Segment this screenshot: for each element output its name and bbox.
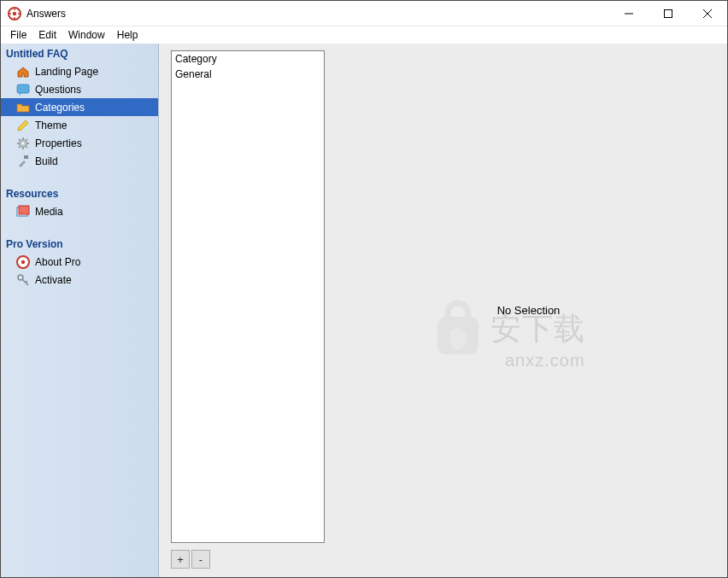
app-icon bbox=[8, 7, 21, 20]
sidebar: Untitled FAQ Landing Page Questions Cate… bbox=[1, 44, 159, 577]
folder-icon bbox=[16, 101, 30, 114]
sidebar-item-label: Landing Page bbox=[35, 66, 98, 78]
svg-rect-17 bbox=[24, 155, 28, 159]
sidebar-item-label: Categories bbox=[35, 102, 85, 114]
section-title-resources: Resources bbox=[1, 185, 158, 202]
sidebar-item-label: Media bbox=[35, 206, 63, 218]
menu-window[interactable]: Window bbox=[62, 27, 111, 43]
detail-panel: No Selection bbox=[330, 44, 727, 577]
svg-rect-19 bbox=[19, 206, 29, 214]
section-title-faq: Untitled FAQ bbox=[1, 45, 158, 62]
no-selection-label: No Selection bbox=[497, 304, 561, 317]
category-list-item[interactable]: General bbox=[172, 67, 324, 82]
menu-file[interactable]: File bbox=[4, 27, 32, 43]
gear-icon bbox=[16, 137, 30, 150]
sidebar-item-label: About Pro bbox=[35, 256, 80, 268]
main-area: Untitled FAQ Landing Page Questions Cate… bbox=[1, 44, 727, 577]
sidebar-item-questions[interactable]: Questions bbox=[1, 80, 158, 98]
lifebuoy-icon bbox=[16, 255, 30, 269]
window-title: Answers bbox=[26, 8, 66, 20]
home-icon bbox=[16, 65, 30, 79]
menu-help[interactable]: Help bbox=[111, 27, 144, 43]
remove-category-button[interactable]: - bbox=[191, 550, 210, 569]
add-category-button[interactable]: + bbox=[171, 550, 190, 569]
sidebar-item-media[interactable]: Media bbox=[1, 202, 158, 220]
section-title-pro: Pro Version bbox=[1, 236, 158, 253]
svg-line-14 bbox=[26, 146, 28, 148]
svg-line-16 bbox=[26, 139, 28, 141]
key-icon bbox=[16, 273, 30, 287]
close-button[interactable] bbox=[688, 1, 727, 26]
media-icon bbox=[16, 205, 30, 219]
category-listbox[interactable]: Category General bbox=[171, 50, 325, 543]
maximize-button[interactable] bbox=[649, 1, 688, 26]
sidebar-item-label: Build bbox=[35, 155, 58, 167]
svg-rect-6 bbox=[17, 85, 29, 93]
svg-rect-3 bbox=[665, 9, 672, 17]
sidebar-item-theme[interactable]: Theme bbox=[1, 116, 158, 134]
category-list-header: Category bbox=[172, 51, 324, 67]
title-bar: Answers bbox=[1, 1, 727, 26]
hammer-icon bbox=[16, 155, 30, 168]
sidebar-item-build[interactable]: Build bbox=[1, 152, 158, 170]
pencil-icon bbox=[16, 119, 30, 132]
minimize-button[interactable] bbox=[609, 1, 649, 26]
question-icon bbox=[16, 83, 30, 96]
menu-edit[interactable]: Edit bbox=[32, 27, 62, 43]
sidebar-item-categories[interactable]: Categories bbox=[1, 98, 158, 116]
sidebar-item-properties[interactable]: Properties bbox=[1, 134, 158, 152]
svg-point-1 bbox=[13, 11, 16, 15]
sidebar-item-about-pro[interactable]: About Pro bbox=[1, 253, 158, 271]
sidebar-item-label: Activate bbox=[35, 274, 72, 286]
svg-point-8 bbox=[21, 142, 24, 144]
svg-point-21 bbox=[21, 260, 25, 263]
sidebar-item-label: Questions bbox=[35, 84, 81, 96]
sidebar-item-label: Theme bbox=[35, 120, 67, 131]
sidebar-item-label: Properties bbox=[35, 137, 82, 149]
category-list-panel: Category General + - bbox=[159, 44, 330, 577]
svg-line-15 bbox=[19, 146, 21, 148]
svg-line-13 bbox=[19, 139, 21, 141]
svg-line-24 bbox=[26, 281, 27, 283]
menu-bar: File Edit Window Help bbox=[1, 26, 727, 44]
sidebar-item-landing-page[interactable]: Landing Page bbox=[1, 62, 158, 80]
app-window: Answers File Edit Window Help Untitled F… bbox=[0, 0, 728, 578]
sidebar-item-activate[interactable]: Activate bbox=[1, 271, 158, 289]
